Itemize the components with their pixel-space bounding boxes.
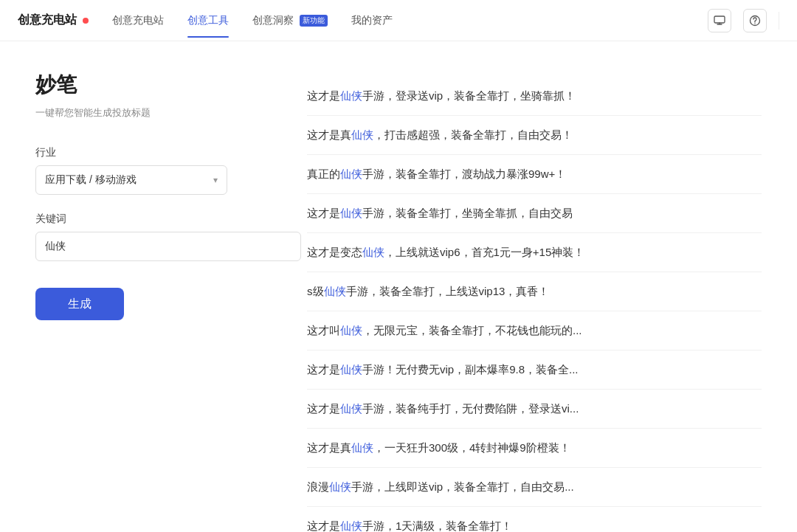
keyword-highlight: 仙侠 xyxy=(329,480,351,493)
select-arrow-icon: ▾ xyxy=(213,175,218,185)
keyword-highlight: 仙侠 xyxy=(324,285,346,297)
result-item[interactable]: 这才叫仙侠，无限元宝，装备全靠打，不花钱也能玩的... xyxy=(307,311,762,350)
keyword-highlight: 仙侠 xyxy=(351,128,373,141)
keyword-label: 关键词 xyxy=(35,213,272,226)
keyword-highlight: 仙侠 xyxy=(340,167,362,180)
help-icon[interactable] xyxy=(743,9,767,32)
nav-item-tools[interactable]: 创意工具 xyxy=(187,11,229,30)
nav-item-assets[interactable]: 我的资产 xyxy=(351,11,393,30)
keyword-highlight: 仙侠 xyxy=(340,402,362,415)
keyword-highlight: 仙侠 xyxy=(340,324,362,336)
result-item[interactable]: 这才是仙侠手游，装备纯手打，无付费陷阱，登录送vi... xyxy=(307,390,762,429)
result-item[interactable]: 这才是仙侠手游，登录送vip，装备全靠打，坐骑靠抓！ xyxy=(307,77,762,116)
insights-badge: 新功能 xyxy=(300,15,328,27)
header: 创意充电站 创意充电站 创意工具 创意洞察 新功能 我的资产 xyxy=(0,0,797,41)
result-item[interactable]: 这才是仙侠手游！无付费无vip，副本爆率9.8，装备全... xyxy=(307,350,762,390)
nav-item-station[interactable]: 创意充电站 xyxy=(112,11,164,30)
keyword-highlight: 仙侠 xyxy=(340,363,362,376)
keyword-group: 关键词 xyxy=(35,213,272,261)
result-item[interactable]: 这才是真仙侠，一天狂升300级，4转封神爆9阶橙装！ xyxy=(307,429,762,468)
header-divider xyxy=(779,12,779,30)
page-title: 妙笔 xyxy=(35,71,272,99)
nav-item-insights[interactable]: 创意洞察 新功能 xyxy=(252,11,328,30)
result-item[interactable]: 这才是仙侠手游，1天满级，装备全靠打！ xyxy=(307,507,762,532)
result-item[interactable]: 这才是真仙侠，打击感超强，装备全靠打，自由交易！ xyxy=(307,116,762,155)
page-subtitle: 一键帮您智能生成投放标题 xyxy=(35,106,272,120)
industry-group: 行业 应用下载 / 移动游戏 ▾ xyxy=(35,146,272,195)
keyword-highlight: 仙侠 xyxy=(351,441,373,454)
header-right xyxy=(708,9,779,32)
generate-button[interactable]: 生成 xyxy=(35,288,124,320)
keyword-highlight: 仙侠 xyxy=(362,246,384,258)
industry-value: 应用下载 / 移动游戏 xyxy=(45,173,137,187)
keyword-input[interactable] xyxy=(35,232,301,261)
logo: 创意充电站 xyxy=(18,13,89,28)
result-item[interactable]: s级仙侠手游，装备全靠打，上线送vip13，真香！ xyxy=(307,272,762,311)
keyword-highlight: 仙侠 xyxy=(340,519,362,532)
industry-select[interactable]: 应用下载 / 移动游戏 ▾ xyxy=(35,165,227,195)
result-item[interactable]: 浪漫仙侠手游，上线即送vip，装备全靠打，自由交易... xyxy=(307,468,762,507)
result-item[interactable]: 这才是仙侠手游，装备全靠打，坐骑全靠抓，自由交易 xyxy=(307,194,762,233)
svg-point-2 xyxy=(754,23,755,24)
main-nav: 创意充电站 创意工具 创意洞察 新功能 我的资产 xyxy=(112,11,393,30)
result-item[interactable]: 这才是变态仙侠，上线就送vip6，首充1元一身+15神装！ xyxy=(307,233,762,272)
svg-rect-0 xyxy=(714,16,725,23)
logo-text: 创意充电站 xyxy=(18,13,77,28)
right-panel: 这才是仙侠手游，登录送vip，装备全靠打，坐骑靠抓！这才是真仙侠，打击感超强，装… xyxy=(307,71,762,532)
keyword-highlight: 仙侠 xyxy=(340,207,362,219)
monitor-icon[interactable] xyxy=(708,9,731,32)
logo-dot xyxy=(83,18,89,24)
industry-label: 行业 xyxy=(35,146,272,159)
main-content: 妙笔 一键帮您智能生成投放标题 行业 应用下载 / 移动游戏 ▾ 关键词 生成 … xyxy=(0,41,797,532)
left-panel: 妙笔 一键帮您智能生成投放标题 行业 应用下载 / 移动游戏 ▾ 关键词 生成 xyxy=(35,71,272,532)
result-item[interactable]: 真正的仙侠手游，装备全靠打，渡劫战力暴涨99w+！ xyxy=(307,155,762,194)
keyword-highlight: 仙侠 xyxy=(340,89,362,102)
result-list: 这才是仙侠手游，登录送vip，装备全靠打，坐骑靠抓！这才是真仙侠，打击感超强，装… xyxy=(307,77,762,532)
